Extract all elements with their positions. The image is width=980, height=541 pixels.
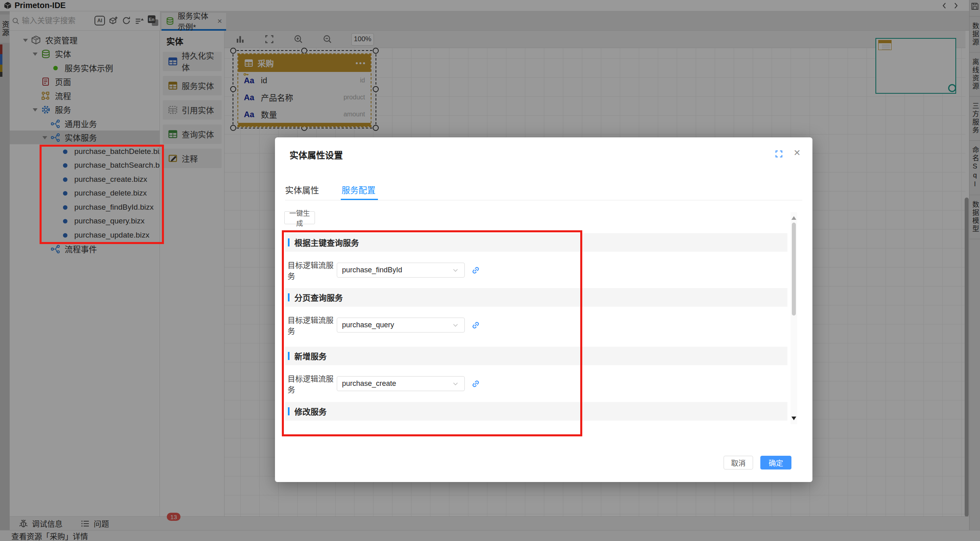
section-row: 目标逻辑流服务 purchase_findById <box>285 263 787 278</box>
scrollbar-thumb[interactable] <box>792 223 796 316</box>
section-accent-bar <box>288 352 290 360</box>
target-logic-flow-select[interactable]: purchase_query <box>337 318 465 333</box>
section-accent-bar <box>288 293 290 301</box>
chevron-down-icon <box>451 380 460 388</box>
section-row: 目标逻辑流服务 purchase_create <box>285 376 787 391</box>
section-header: 根据主键查询服务 <box>285 233 787 252</box>
section-row: 目标逻辑流服务 purchase_query <box>285 318 787 333</box>
fullscreen-icon[interactable] <box>774 149 783 158</box>
section-header: 修改服务 <box>285 402 787 421</box>
open-link-icon[interactable] <box>470 379 481 389</box>
entity-properties-dialog: 实体属性设置 × 实体属性 服务配置 一键生成 根据主键查询服务 目标逻辑流服务… <box>275 137 812 482</box>
confirm-button[interactable]: 确定 <box>760 456 791 469</box>
primeton-ide-window: Primeton-IDE 资源 AI En 农资管理 实体 服务实体示例 页面 … <box>0 0 980 541</box>
chevron-down-icon <box>451 266 460 274</box>
chevron-down-icon <box>451 321 460 329</box>
tab-service-config[interactable]: 服务配置 <box>342 183 376 196</box>
tab-divider <box>285 200 802 200</box>
cancel-button[interactable]: 取消 <box>724 456 753 469</box>
dialog-title: 实体属性设置 <box>290 148 343 161</box>
open-link-icon[interactable] <box>470 265 481 276</box>
open-link-icon[interactable] <box>470 320 481 330</box>
tab-entity-properties[interactable]: 实体属性 <box>285 183 319 196</box>
one-click-generate-button[interactable]: 一键生成 <box>284 211 315 224</box>
dialog-scrollbar[interactable] <box>791 212 797 424</box>
target-logic-flow-select[interactable]: purchase_create <box>337 376 465 391</box>
close-icon[interactable]: × <box>794 146 800 159</box>
section-accent-bar <box>288 238 290 246</box>
target-logic-flow-select[interactable]: purchase_findById <box>337 263 465 278</box>
section-header: 新增服务 <box>285 347 787 365</box>
section-header: 分页查询服务 <box>285 288 787 307</box>
section-accent-bar <box>288 407 290 415</box>
scroll-down-icon[interactable] <box>791 417 796 423</box>
scroll-up-icon[interactable] <box>791 214 796 220</box>
